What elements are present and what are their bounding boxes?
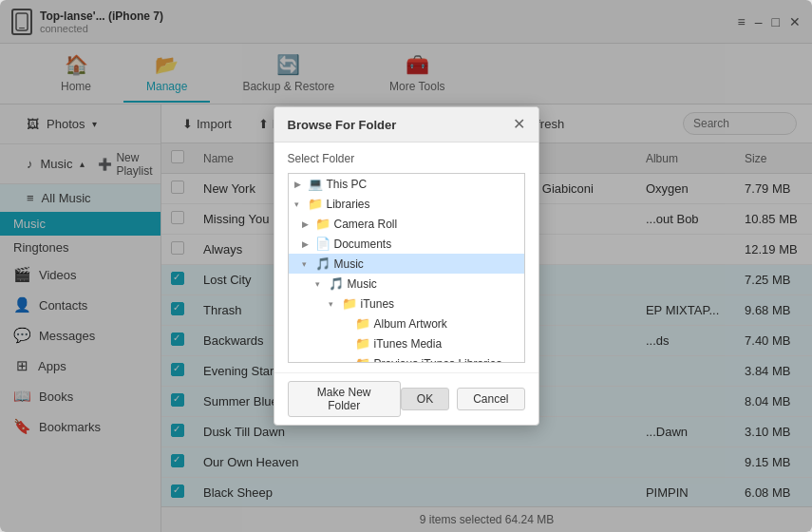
tree-item-label: iTunes: [361, 297, 395, 311]
modal-overlay: Browse For Folder ✕ Select Folder ▶ 💻 Th…: [0, 0, 812, 532]
modal-title: Browse For Folder: [288, 118, 397, 132]
tree-item-label: iTunes Media: [374, 337, 443, 351]
tree-item[interactable]: ▾ 📁 iTunes: [289, 294, 524, 314]
make-new-folder-button[interactable]: Make New Folder: [288, 381, 401, 417]
tree-item-label: This PC: [327, 178, 368, 191]
modal-select-label: Select Folder: [288, 152, 525, 165]
tree-folder-icon: 📁: [355, 336, 370, 351]
tree-arrow-icon: ▾: [294, 200, 304, 209]
tree-folder-icon: 💻: [308, 177, 323, 191]
modal-ok-button[interactable]: OK: [401, 388, 449, 410]
tree-item-label: Documents: [334, 238, 392, 251]
tree-folder-icon: 📄: [315, 237, 330, 251]
tree-folder-icon: 🎵: [315, 256, 330, 271]
tree-folder-icon: 🎵: [329, 276, 344, 291]
tree-item[interactable]: ▶ 📄 Documents: [289, 234, 524, 254]
modal-close-button[interactable]: ✕: [513, 117, 525, 132]
tree-item[interactable]: ▾ 🎵 Music: [289, 274, 524, 294]
tree-item-label: Camera Roll: [334, 218, 398, 231]
tree-folder-icon: 📁: [355, 316, 370, 331]
tree-item-label: Music: [334, 257, 364, 271]
tree-arrow-icon: ▾: [315, 279, 325, 289]
tree-item[interactable]: ▶ 📁 Camera Roll: [289, 214, 524, 234]
tree-arrow-icon: ▶: [302, 239, 312, 249]
tree-item[interactable]: 📁 iTunes Media: [289, 333, 524, 353]
tree-item-label: Album Artwork: [374, 317, 447, 331]
folder-tree[interactable]: ▶ 💻 This PC ▾ 📁 Libraries ▶ 📁 Camera Rol…: [288, 173, 525, 363]
tree-arrow-icon: ▾: [302, 259, 312, 269]
tree-folder-icon: 📁: [342, 296, 357, 311]
tree-item-label: Libraries: [327, 198, 370, 211]
tree-folder-icon: 📁: [308, 197, 323, 211]
tree-item-label: Music: [348, 277, 377, 291]
tree-item-label: Previous iTunes Libraries: [374, 357, 502, 364]
tree-arrow-icon: ▶: [294, 180, 304, 189]
tree-item[interactable]: ▾ 🎵 Music: [289, 254, 524, 274]
tree-item[interactable]: 📁 Previous iTunes Libraries: [289, 353, 524, 363]
tree-item[interactable]: 📁 Album Artwork: [289, 314, 524, 333]
browse-folder-modal: Browse For Folder ✕ Select Folder ▶ 💻 Th…: [274, 106, 539, 426]
tree-item[interactable]: ▶ 💻 This PC: [289, 174, 524, 194]
tree-arrow-icon: ▶: [302, 219, 312, 229]
tree-folder-icon: 📁: [315, 217, 330, 231]
modal-cancel-button[interactable]: Cancel: [457, 388, 524, 410]
tree-arrow-icon: ▾: [329, 299, 338, 309]
tree-item[interactable]: ▾ 📁 Libraries: [289, 194, 524, 214]
modal-body: Select Folder ▶ 💻 This PC ▾ 📁 Libraries …: [274, 142, 538, 372]
modal-footer: Make New Folder OK Cancel: [274, 372, 538, 425]
tree-folder-icon: 📁: [355, 356, 370, 363]
modal-header: Browse For Folder ✕: [274, 107, 538, 142]
